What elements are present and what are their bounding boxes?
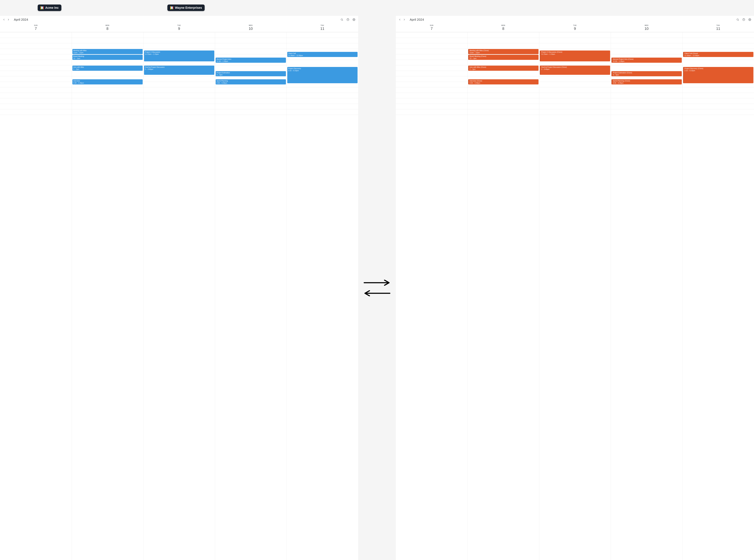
day-column[interactable]: (Acme) Project Intro12:30 – 1:30pmProjec… bbox=[215, 32, 286, 560]
next-button[interactable] bbox=[402, 18, 406, 21]
calendar-toolbar: April 2024 bbox=[396, 16, 754, 23]
calendar-event[interactable]: Board Meeting12 – 1pm bbox=[73, 55, 143, 60]
day-column[interactable]: Meeting with Mike11am – 12pmBoard Meetin… bbox=[72, 32, 143, 560]
event-time: 4:30 – 5:30pm bbox=[613, 82, 681, 84]
svg-line-15 bbox=[342, 20, 343, 20]
day-number: 9 bbox=[539, 26, 611, 31]
day-header[interactable]: WED10 bbox=[611, 25, 682, 31]
calendar-event[interactable]: Sprint Planning (Clone)4:30 – 5:30pm bbox=[612, 79, 682, 84]
calendar-event[interactable]: Project Discovery (Clone)2:15 – 5:15pm bbox=[683, 67, 753, 83]
search-icon[interactable] bbox=[736, 18, 740, 22]
day-of-week-label: THU bbox=[682, 25, 754, 26]
event-time: 12:30 – 1:30pm bbox=[613, 60, 681, 62]
day-column[interactable]: Client Call11:30am – 12:30pmProject Disc… bbox=[286, 32, 358, 560]
day-header[interactable]: WED10 bbox=[215, 25, 286, 31]
day-header[interactable]: THU11 bbox=[682, 25, 754, 31]
day-number: 7 bbox=[0, 26, 72, 31]
day-header[interactable]: THU11 bbox=[286, 25, 358, 31]
day-column[interactable] bbox=[0, 32, 72, 560]
calendar-event[interactable]: OneCal Project Discussion2 – 3:45pm bbox=[144, 65, 214, 75]
calendar-event[interactable]: (Acme) Project Intro (Clone)12:30 – 1:30… bbox=[612, 58, 682, 63]
calendar-event[interactable]: Intro with Mike2 – 3pm bbox=[73, 65, 143, 71]
calendar-event[interactable]: Project Estimation3 – 4pm bbox=[216, 71, 286, 76]
event-time: 2 – 3pm bbox=[73, 68, 142, 71]
day-number: 10 bbox=[611, 26, 682, 31]
day-of-week-label: SUN bbox=[396, 25, 468, 26]
event-title: Intro with Mike bbox=[73, 66, 142, 68]
event-title: Board Meeting (Clone) bbox=[470, 55, 538, 57]
event-time: 2 – 3:45pm bbox=[145, 68, 213, 71]
event-title: Sprint Planning (Clone) bbox=[613, 80, 681, 82]
day-of-week-label: SUN bbox=[0, 25, 72, 26]
day-of-week-label: TUE bbox=[539, 25, 611, 26]
calendar-title: April 2024 bbox=[14, 18, 28, 21]
event-time: 2 – 3pm bbox=[470, 68, 538, 71]
event-time: 3 – 4pm bbox=[217, 74, 285, 76]
calendar-event[interactable]: OneCal Project Discussion (Clone)2 – 3:4… bbox=[540, 65, 610, 75]
event-time: 2:15 – 5:15pm bbox=[684, 69, 753, 72]
calendar-event[interactable]: Project X Discussion (Clone)11:15am – 1:… bbox=[540, 51, 610, 61]
google-calendar-icon: 31 bbox=[40, 6, 44, 9]
event-title: Meeting with Mike bbox=[73, 49, 142, 52]
gear-icon[interactable] bbox=[352, 18, 356, 22]
calendar-event[interactable]: (Acme) Project Intro12:30 – 1:30pm bbox=[216, 58, 286, 63]
calendar-event[interactable]: Project Discovery2:15 – 5:15pm bbox=[287, 67, 358, 83]
calendar-event[interactable]: Client Call11:30am – 12:30pm bbox=[287, 52, 358, 57]
day-column[interactable] bbox=[396, 32, 468, 560]
event-title: Sprint Planning bbox=[217, 80, 285, 82]
day-header-row: SUN7MON8TUE9WED10THU11 bbox=[0, 23, 358, 32]
event-title: Interview (Clone) bbox=[470, 80, 538, 82]
svg-text:31: 31 bbox=[171, 7, 173, 8]
sync-arrows bbox=[358, 16, 396, 560]
calendar-event[interactable]: Intro with Mike (Clone)2 – 3pm bbox=[468, 65, 538, 71]
help-icon[interactable] bbox=[742, 18, 746, 22]
calendar-event[interactable]: Project X Discussion11:15am – 1:15pm bbox=[144, 51, 214, 61]
day-header[interactable]: MON8 bbox=[72, 25, 143, 31]
gear-icon[interactable] bbox=[748, 18, 752, 22]
day-column[interactable]: Project X Discussion11:15am – 1:15pmOneC… bbox=[143, 32, 215, 560]
search-icon[interactable] bbox=[340, 18, 344, 22]
calendar-event[interactable]: Interview (Clone)4:30 – 5:30pm bbox=[468, 79, 538, 84]
prev-button[interactable] bbox=[2, 18, 6, 21]
day-number: 11 bbox=[286, 26, 358, 31]
day-of-week-label: THU bbox=[286, 25, 358, 26]
day-header[interactable]: SUN7 bbox=[396, 25, 468, 31]
day-column[interactable]: (Acme) Project Intro (Clone)12:30 – 1:30… bbox=[611, 32, 682, 560]
day-header-row: SUN7MON8TUE9WED10THU11 bbox=[396, 23, 754, 32]
time-grid[interactable]: Meeting with Mike11am – 12pmBoard Meetin… bbox=[0, 32, 358, 560]
event-title: Meeting with Mike (Clone) bbox=[470, 49, 538, 52]
day-header[interactable]: SUN7 bbox=[0, 25, 72, 31]
event-title: Project Discovery bbox=[288, 67, 357, 69]
calendar-event[interactable]: Sprint Planning4:30 – 5:30pm bbox=[216, 79, 286, 84]
svg-point-18 bbox=[354, 19, 354, 20]
calendar-event[interactable]: Project Estimation (Clone)3 – 4pm bbox=[612, 71, 682, 76]
day-header[interactable]: TUE9 bbox=[539, 25, 611, 31]
next-button[interactable] bbox=[7, 18, 10, 21]
event-time: 2:15 – 5:15pm bbox=[288, 69, 357, 72]
prev-button[interactable] bbox=[398, 18, 402, 21]
event-title: Intro with Mike (Clone) bbox=[470, 66, 538, 68]
event-title: Board Meeting bbox=[73, 55, 142, 57]
help-icon[interactable] bbox=[346, 18, 350, 22]
day-column[interactable]: Client Call (Clone)11:30am – 12:30pmProj… bbox=[682, 32, 754, 560]
event-time: 11:30am – 12:30pm bbox=[288, 55, 357, 57]
day-columns: Meeting with Mike11am – 12pmBoard Meetin… bbox=[0, 32, 358, 560]
day-number: 11 bbox=[682, 26, 754, 31]
event-title: Project X Discussion bbox=[145, 51, 213, 53]
calendar-event[interactable]: Meeting with Mike (Clone)11am – 12pm bbox=[468, 49, 538, 54]
event-time: 3 – 4pm bbox=[613, 74, 681, 76]
event-title: Project Discovery (Clone) bbox=[684, 67, 753, 69]
account-badge-left-label: Acme Inc bbox=[45, 6, 59, 9]
time-grid[interactable]: Meeting with Mike (Clone)11am – 12pmBoar… bbox=[396, 32, 754, 560]
day-header[interactable]: TUE9 bbox=[143, 25, 215, 31]
event-title: Project Estimation bbox=[217, 72, 285, 74]
day-column[interactable]: Meeting with Mike (Clone)11am – 12pmBoar… bbox=[468, 32, 539, 560]
calendar-event[interactable]: Meeting with Mike11am – 12pm bbox=[73, 49, 143, 54]
svg-text:31: 31 bbox=[41, 7, 43, 8]
calendar-event[interactable]: Board Meeting (Clone)12 – 1pm bbox=[468, 55, 538, 60]
day-header[interactable]: MON8 bbox=[468, 25, 539, 31]
calendar-event[interactable]: Interview4:30 – 5:30pm bbox=[73, 79, 143, 84]
event-title: OneCal Project Discussion (Clone) bbox=[541, 66, 609, 68]
day-column[interactable]: Project X Discussion (Clone)11:15am – 1:… bbox=[539, 32, 611, 560]
calendar-event[interactable]: Client Call (Clone)11:30am – 12:30pm bbox=[683, 52, 753, 57]
